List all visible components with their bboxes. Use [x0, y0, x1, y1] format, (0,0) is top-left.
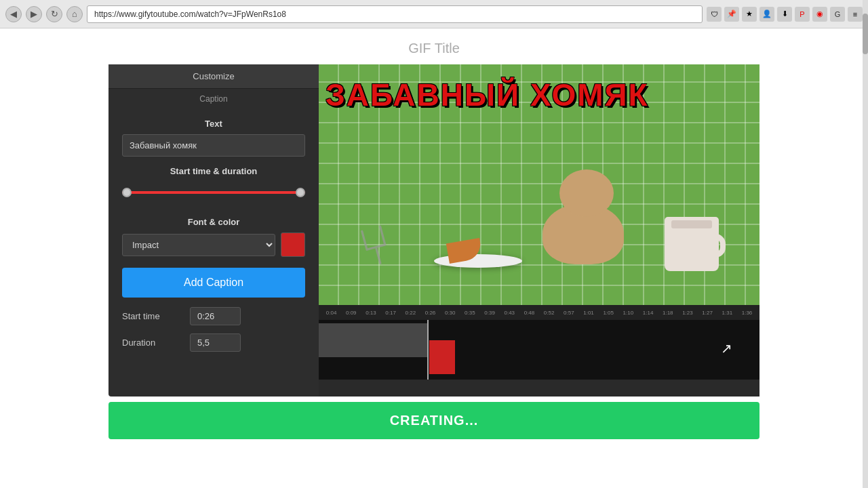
browser-chrome: ◀ ▶ ↻ ⌂ https://www.gifytoutube.com/watc…: [0, 0, 868, 28]
start-time-row: Start time: [122, 307, 305, 325]
timeline-playhead[interactable]: [427, 320, 429, 380]
ruler-tick: 1:10: [618, 310, 638, 316]
ruler-tick: 0:17: [381, 310, 401, 316]
ruler-tick: 0:26: [420, 310, 440, 316]
video-caption-overlay: ЗАБАВНЫЙ ХОМЯК: [326, 77, 649, 113]
pinterest-icon[interactable]: P: [795, 7, 810, 22]
font-select[interactable]: Impact: [122, 234, 275, 256]
menu-icon[interactable]: ≡: [848, 7, 863, 22]
duration-label: Duration: [122, 338, 190, 348]
cup-pattern: [671, 220, 712, 228]
customize-panel: Customize Caption Text Start time & dura…: [108, 64, 319, 396]
ruler-tick: 1:05: [599, 310, 618, 316]
scrollbar-thumb[interactable]: [863, 14, 868, 54]
ruler-tick: 0:13: [361, 310, 380, 316]
caption-text-input[interactable]: [122, 134, 305, 157]
ruler-tick: 0:35: [460, 310, 479, 316]
info-rows: Start time Duration: [122, 298, 305, 352]
ruler-tick: 1:23: [677, 310, 697, 316]
creating-bar: CREATING...: [108, 402, 760, 439]
pocket-icon[interactable]: ◉: [812, 7, 827, 22]
panel-tab-customize[interactable]: Customize: [108, 64, 319, 89]
slider-thumb-right[interactable]: [296, 188, 305, 197]
ruler-tick: 0:22: [401, 310, 420, 316]
ruler-tick: 0:57: [559, 310, 578, 316]
add-caption-button[interactable]: Add Caption: [122, 268, 305, 298]
slider-thumb-left[interactable]: [122, 188, 132, 197]
video-area: ЗАБАВНЫЙ ХОМЯК ⑂: [319, 64, 760, 396]
search-ext-icon[interactable]: G: [830, 7, 845, 22]
browser-toolbar: 🛡 📌 ★ 👤 ⬇ P ◉ G ≡: [707, 7, 863, 22]
time-slider[interactable]: [122, 182, 305, 207]
color-picker[interactable]: [281, 232, 305, 257]
home-button[interactable]: ⌂: [66, 6, 83, 22]
shield-icon[interactable]: 🛡: [707, 7, 722, 22]
start-time-label: Start time: [122, 311, 190, 321]
timeline-caption-block[interactable]: [429, 340, 455, 374]
duration-row: Duration: [122, 333, 305, 352]
timeline-gray-block: [319, 323, 427, 357]
caption-label: Caption: [108, 89, 319, 109]
ruler-tick: 0:48: [519, 310, 539, 316]
video-frame: ЗАБАВНЫЙ ХОМЯК ⑂: [319, 64, 760, 305]
ruler-tick: 0:43: [500, 310, 519, 316]
ruler-tick: 0:30: [440, 310, 460, 316]
hamster-head: [559, 169, 614, 217]
cursor-indicator: ↗: [721, 340, 732, 357]
back-button[interactable]: ◀: [5, 6, 22, 22]
ruler-tick: 1:14: [638, 310, 658, 316]
plate-decoration: [434, 254, 522, 268]
ruler-tick: 1:18: [658, 310, 677, 316]
timeline-area: 0:040:090:130:170:220:260:300:350:390:43…: [319, 305, 760, 380]
timeline-ruler: 0:040:090:130:170:220:260:300:350:390:43…: [319, 305, 760, 320]
ruler-tick: 0:52: [539, 310, 559, 316]
duration-input[interactable]: [190, 333, 241, 352]
ruler-tick: 0:09: [341, 310, 361, 316]
page-content: GIF Title Customize Caption Text Start t…: [0, 28, 868, 488]
address-bar[interactable]: https://www.gifytoutube.com/watch?v=JFpW…: [87, 5, 703, 23]
panel-body: Text Start time & duration Font & color: [108, 109, 319, 352]
profile-icon[interactable]: 👤: [760, 7, 774, 22]
font-color-label: Font & color: [122, 207, 305, 232]
text-section-title: Text: [122, 109, 305, 134]
ruler-tick: 1:27: [698, 310, 717, 316]
ruler-tick: 0:04: [321, 310, 341, 316]
ruler-tick: 1:36: [737, 310, 757, 316]
ruler-tick: 0:39: [480, 310, 500, 316]
font-color-row: Impact: [122, 232, 305, 257]
bookmark-icon[interactable]: ★: [742, 7, 757, 22]
forward-button[interactable]: ▶: [26, 6, 42, 22]
download-icon[interactable]: ⬇: [777, 7, 792, 22]
ruler-tick: 1:01: [578, 310, 598, 316]
ruler-tick: 1:31: [717, 310, 737, 316]
scrollbar[interactable]: [863, 0, 868, 488]
reload-button[interactable]: ↻: [46, 6, 62, 22]
slider-track: [122, 191, 305, 194]
extension-icon[interactable]: 📌: [724, 7, 739, 22]
start-duration-label: Start time & duration: [122, 157, 305, 182]
start-time-input[interactable]: [190, 307, 241, 325]
page-title: GIF Title: [0, 28, 868, 64]
main-area: Customize Caption Text Start time & dura…: [108, 64, 760, 396]
cup-handle: [709, 234, 726, 258]
timeline-body[interactable]: ↗: [319, 320, 760, 380]
ruler-ticks: 0:040:090:130:170:220:260:300:350:390:43…: [321, 310, 757, 316]
